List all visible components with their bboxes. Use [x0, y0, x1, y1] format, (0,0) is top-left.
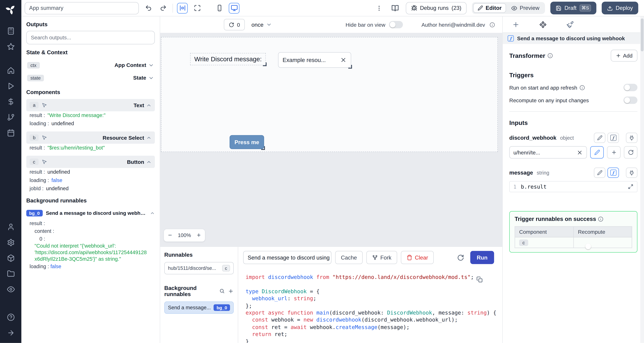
code-editor[interactable]: import discordwebhook from "https://deno… — [238, 268, 502, 343]
static-input-icon[interactable] — [594, 133, 606, 143]
component-a-header[interactable]: a Text — [26, 99, 155, 111]
add-transformer-button[interactable]: Add — [610, 50, 637, 62]
resource-select-component[interactable]: Example resou... — [278, 52, 351, 68]
kebab-menu-button[interactable] — [374, 3, 384, 14]
refresh-count-button[interactable]: 0 — [224, 19, 245, 30]
scrollbar-thumb[interactable] — [641, 18, 644, 51]
clear-button[interactable]: Clear — [401, 251, 434, 264]
calculator-icon[interactable] — [3, 24, 18, 37]
canvas-sheet[interactable]: Write Discord message: Example resou... … — [161, 37, 498, 152]
info-icon[interactable] — [579, 85, 585, 90]
component-b-header[interactable]: b Resource Select — [26, 132, 155, 144]
chevron-up-icon[interactable] — [150, 211, 155, 216]
horizontal-align-button[interactable] — [177, 3, 188, 14]
tree-key: 0 : — [26, 235, 155, 243]
info-icon[interactable] — [490, 22, 495, 27]
git-branch-icon[interactable] — [3, 111, 18, 123]
chevron-down-icon[interactable] — [148, 62, 154, 68]
tab-editor[interactable]: Editor — [473, 3, 506, 13]
fullscreen-button[interactable] — [192, 3, 202, 14]
zoom-out-button[interactable]: − — [164, 229, 176, 242]
edit-resource-button[interactable] — [590, 146, 604, 158]
desktop-view-button[interactable] — [229, 3, 240, 14]
tab-preview[interactable]: Preview — [507, 3, 544, 13]
fork-button[interactable]: Fork — [366, 251, 397, 264]
debug-runs-button[interactable]: Debug runs (23) — [406, 2, 467, 14]
chevron-up-icon[interactable] — [146, 102, 152, 108]
chevron-up-icon[interactable] — [146, 159, 152, 164]
scrollbar-track[interactable] — [640, 16, 644, 343]
run-on-start-toggle[interactable] — [624, 84, 638, 91]
cache-button[interactable]: Cache — [335, 251, 363, 264]
tab-insert-component[interactable] — [511, 20, 521, 29]
script-name-input[interactable]: Send a message to discord using — [243, 251, 332, 264]
hand-pointer-icon[interactable] — [42, 159, 47, 164]
text-component[interactable]: Write Discord message: — [190, 53, 266, 65]
redo-button[interactable] — [158, 3, 168, 14]
refresh-resource-button[interactable] — [624, 146, 638, 158]
docs-book-button[interactable] — [390, 3, 400, 14]
eval-input-icon[interactable]: ƒ — [608, 133, 619, 143]
add-resource-button[interactable] — [607, 146, 620, 158]
refresh-mode-select[interactable]: once — [252, 22, 272, 28]
expand-editor-icon[interactable] — [628, 184, 634, 189]
undo-button[interactable] — [143, 3, 154, 14]
star-icon[interactable] — [3, 40, 18, 52]
static-input-icon[interactable] — [594, 168, 606, 178]
resize-handle[interactable] — [263, 62, 267, 66]
help-icon[interactable] — [3, 311, 18, 323]
expression-value: b.result — [521, 184, 547, 190]
copy-code-icon[interactable] — [476, 276, 482, 282]
tab-component-settings[interactable] — [538, 20, 548, 29]
runnable-item[interactable]: hub/1511/discord/se... c — [164, 262, 234, 274]
ctx-row[interactable]: ctx App Context — [26, 59, 155, 72]
add-runnable-icon[interactable] — [228, 288, 234, 294]
tab-styling[interactable] — [565, 20, 575, 29]
resize-handle[interactable] — [348, 65, 352, 68]
folder-icon[interactable] — [3, 268, 18, 280]
refresh-script-button[interactable] — [455, 252, 466, 263]
clear-select-icon[interactable] — [340, 57, 346, 63]
app-summary-input[interactable] — [24, 2, 139, 14]
component-c-header[interactable]: c Button — [26, 156, 155, 168]
hide-bar-toggle[interactable] — [389, 21, 403, 28]
button-component[interactable]: Press me — [230, 135, 264, 149]
clear-resource-icon[interactable] — [576, 149, 583, 155]
package-icon[interactable] — [3, 252, 18, 264]
home-icon[interactable] — [3, 64, 18, 76]
hand-pointer-icon[interactable] — [42, 102, 48, 108]
hand-pointer-icon[interactable] — [42, 135, 48, 140]
bg-runnable-item[interactable]: Send a message... bg_0 — [164, 302, 234, 314]
mobile-view-button[interactable] — [214, 3, 225, 14]
run-button[interactable]: Run — [470, 251, 494, 264]
chevron-down-icon[interactable] — [148, 75, 154, 81]
info-icon[interactable] — [598, 216, 604, 222]
info-icon[interactable] — [547, 53, 552, 58]
chevron-up-icon[interactable] — [146, 135, 152, 140]
user-icon[interactable] — [3, 220, 18, 233]
search-icon[interactable] — [219, 288, 225, 294]
resize-handle[interactable] — [261, 146, 265, 150]
paintbrush-icon — [566, 21, 574, 28]
background-runnable-header[interactable]: bg_0 Send a message to discord using web… — [26, 207, 155, 220]
zoom-in-button[interactable]: + — [192, 229, 205, 242]
windmill-logo[interactable] — [4, 3, 17, 16]
connect-plug-icon[interactable] — [626, 168, 638, 178]
dollar-icon[interactable] — [3, 95, 18, 108]
eval-input-icon[interactable]: ƒ — [608, 168, 619, 178]
deploy-button[interactable]: Deploy — [602, 2, 638, 14]
search-outputs-input[interactable] — [26, 31, 155, 44]
eye-icon[interactable] — [3, 283, 18, 295]
resource-path-field[interactable]: u/henri/te... — [509, 146, 587, 158]
outputs-panel: Outputs State & Context ctx App Context … — [21, 16, 160, 343]
play-icon[interactable] — [3, 80, 18, 92]
calendar-icon[interactable] — [3, 126, 18, 139]
gear-icon[interactable] — [3, 236, 18, 248]
state-row[interactable]: state State — [26, 72, 155, 84]
recompute-on-change-toggle[interactable] — [624, 96, 638, 104]
draft-button[interactable]: Draft ⌘S — [550, 2, 596, 14]
expand-sidebar-icon[interactable] — [3, 326, 18, 339]
message-expression-editor[interactable]: 1 b.result — [509, 181, 638, 192]
app-canvas[interactable]: Write Discord message: Example resou... … — [160, 33, 502, 246]
connect-plug-icon[interactable] — [626, 133, 638, 143]
